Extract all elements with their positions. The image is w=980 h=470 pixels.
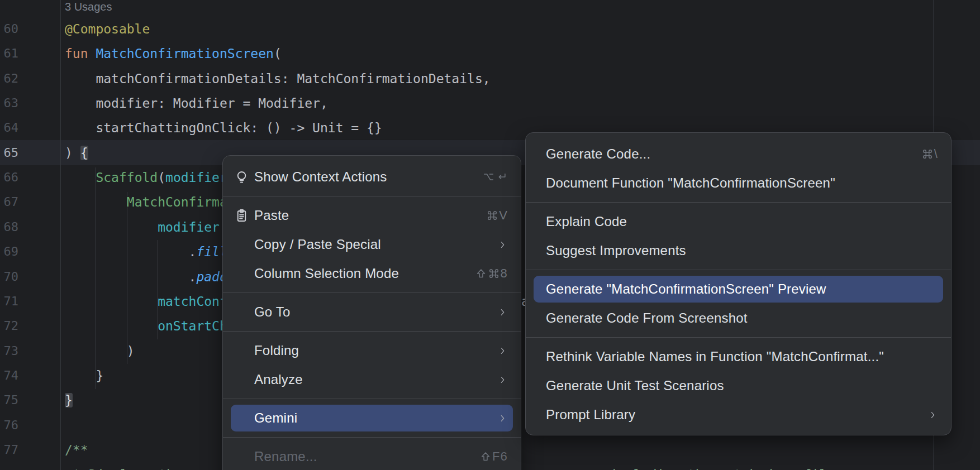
doc-comment-fragment-left: * Displays the ma — [65, 466, 204, 470]
clipboard-icon — [234, 208, 254, 223]
gemini-submenu-item-generate-code-from-screenshot[interactable]: Generate Code From Screenshot — [526, 304, 951, 333]
doc-comment-fragment-right: on screen, including the matched profile… — [524, 466, 911, 470]
context-menu-item-folding[interactable]: Folding — [223, 336, 521, 365]
code-token-plain: ) — [65, 146, 80, 160]
menu-item-label: Column Selection Mode — [254, 266, 462, 281]
line-number[interactable]: 69 — [0, 243, 18, 260]
context-menu-item-go-to[interactable]: Go To — [223, 298, 521, 327]
submenu-chevron-icon — [498, 346, 507, 356]
submenu-chevron-icon — [498, 375, 507, 385]
context-menu-item-column-selection-mode[interactable]: Column Selection Mode8 — [223, 259, 521, 288]
code-token-plain: . — [65, 270, 196, 284]
code-token-plain: startChattingOnClick: () -> Unit = {} — [65, 121, 382, 135]
code-line[interactable]: } — [65, 392, 73, 409]
menu-separator — [526, 270, 951, 270]
editor-context-menu: Show Context ActionsPasteVCopy / Paste S… — [222, 155, 521, 470]
line-number[interactable]: 65 — [0, 145, 18, 161]
line-number[interactable]: 66 — [0, 169, 18, 186]
line-number[interactable]: 71 — [0, 293, 18, 310]
code-token-fname: MatchConfirmationScreen — [96, 46, 274, 61]
menu-item-label: Rename... — [254, 449, 466, 464]
usages-inlay-hint[interactable]: 3 Usages — [65, 1, 112, 13]
menu-item-label: Generate Unit Test Scenarios — [546, 378, 938, 394]
line-number[interactable]: 70 — [0, 268, 18, 285]
menu-icon-spacer — [234, 266, 254, 281]
menu-icon-spacer — [234, 410, 254, 426]
code-token-plain: } — [65, 368, 103, 383]
code-line[interactable]: fun MatchConfirmationScreen( — [65, 45, 282, 62]
line-number[interactable]: 60 — [0, 21, 18, 37]
menu-separator — [223, 437, 521, 438]
context-menu-item-copy-paste-special[interactable]: Copy / Paste Special — [223, 230, 521, 259]
menu-separator — [223, 292, 521, 293]
code-token-ann: @Composable — [65, 22, 150, 36]
code-line[interactable]: } — [65, 367, 103, 384]
code-line[interactable]: startChattingOnClick: () -> Unit = {} — [65, 119, 382, 136]
code-token-plain — [65, 294, 158, 309]
code-token-plain: ( — [274, 46, 282, 61]
line-number[interactable]: 62 — [0, 70, 18, 87]
code-token-plain: ) — [65, 344, 135, 358]
menu-item-label: Paste — [254, 208, 473, 223]
line-number[interactable]: 68 — [0, 219, 18, 236]
code-token-doc: /** — [65, 443, 88, 457]
code-line[interactable]: @Composable — [65, 21, 150, 37]
line-number[interactable]: 77 — [0, 442, 18, 458]
gemini-submenu: Generate Code...\Document Function "Matc… — [525, 132, 952, 435]
menu-item-label: Generate Code... — [546, 146, 908, 162]
menu-item-shortcut: 8 — [475, 266, 507, 281]
code-line[interactable]: ) — [65, 343, 135, 359]
submenu-chevron-icon — [498, 414, 507, 423]
gemini-submenu-item-generate-code[interactable]: Generate Code...\ — [526, 140, 951, 169]
code-token-plain: . — [65, 244, 196, 259]
line-number[interactable]: 72 — [0, 318, 18, 334]
code-line[interactable]: modifier: Modifier = Modifier, — [65, 95, 328, 112]
code-token-plain: matchConfirmationDetails: MatchConfirmat… — [65, 71, 491, 86]
menu-item-shortcut: \ — [921, 147, 938, 161]
menu-item-label: Generate "MatchConfirmationScreen" Previ… — [546, 281, 938, 297]
context-menu-item-analyze[interactable]: Analyze — [223, 365, 521, 394]
context-menu-item-show-context-actions[interactable]: Show Context Actions — [223, 162, 521, 191]
line-number[interactable]: 74 — [0, 367, 18, 384]
context-menu-item-gemini[interactable]: Gemini — [223, 404, 521, 433]
submenu-chevron-icon — [498, 308, 507, 317]
menu-icon-spacer — [234, 449, 254, 464]
lightbulb-icon — [234, 169, 254, 185]
code-token-named: modifier — [165, 170, 227, 185]
gutter-separator — [60, 0, 61, 470]
gemini-submenu-item-suggest-improvements[interactable]: Suggest Improvements — [526, 236, 951, 265]
menu-item-label: Folding — [254, 343, 484, 358]
code-line[interactable]: matchConfirmationDetails: MatchConfirmat… — [65, 70, 491, 87]
gemini-submenu-item-rethink-variable-names-in-function-matchconfirmat[interactable]: Rethink Variable Names in Function "Matc… — [526, 342, 951, 371]
menu-item-label: Go To — [254, 304, 484, 320]
menu-item-label: Rethink Variable Names in Function "Matc… — [546, 349, 938, 365]
menu-icon-spacer — [234, 372, 254, 387]
code-token-brace: } — [65, 393, 73, 407]
menu-icon-spacer — [234, 343, 254, 358]
menu-item-shortcut: V — [486, 208, 507, 223]
code-token-plain: ( — [158, 170, 165, 185]
line-number[interactable]: 64 — [0, 119, 18, 136]
code-token-named: modifier — [158, 220, 220, 234]
gemini-submenu-item-explain-code[interactable]: Explain Code — [526, 207, 951, 236]
gemini-submenu-item-generate-matchconfirmationscreen-preview[interactable]: Generate "MatchConfirmationScreen" Previ… — [526, 275, 951, 304]
context-menu-item-rename: Rename...F6 — [223, 442, 521, 470]
gemini-submenu-item-document-function-matchconfirmationscreen[interactable]: Document Function "MatchConfirmationScre… — [526, 169, 951, 198]
line-number[interactable]: 75 — [0, 392, 18, 409]
menu-item-label: Gemini — [254, 410, 484, 426]
menu-item-label: Suggest Improvements — [546, 243, 938, 258]
line-number[interactable]: 73 — [0, 343, 18, 359]
line-number[interactable]: 76 — [0, 417, 18, 434]
menu-item-shortcut — [482, 171, 507, 183]
line-number[interactable]: 61 — [0, 45, 18, 62]
gemini-submenu-item-generate-unit-test-scenarios[interactable]: Generate Unit Test Scenarios — [526, 371, 951, 400]
code-line[interactable]: ) { — [65, 145, 88, 161]
menu-item-label: Copy / Paste Special — [254, 237, 484, 252]
gemini-submenu-item-prompt-library[interactable]: Prompt Library — [526, 400, 951, 429]
code-line[interactable]: /** — [65, 442, 88, 458]
line-number[interactable]: 67 — [0, 194, 18, 210]
menu-icon-spacer — [234, 237, 254, 252]
context-menu-item-paste[interactable]: PasteV — [223, 201, 521, 230]
code-token-brace: { — [80, 146, 88, 160]
line-number[interactable]: 63 — [0, 95, 18, 112]
